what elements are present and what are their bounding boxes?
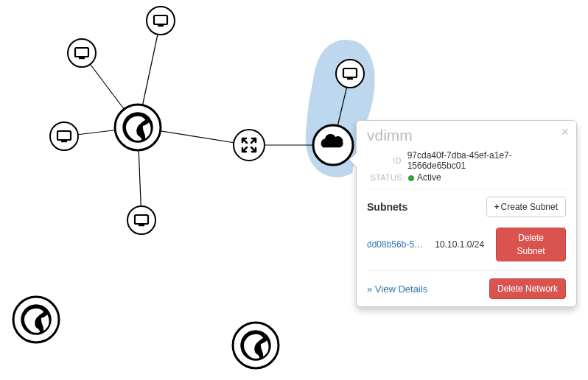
id-label: ID [367, 156, 407, 165]
network-details-popover: × vdimm ID 97cda40f-7dba-45ef-a1e7-1566d… [356, 120, 577, 307]
svg-point-17 [336, 60, 364, 88]
instance-node[interactable] [336, 60, 364, 88]
network-node-main[interactable] [115, 105, 161, 150]
status-value: Active [417, 172, 441, 183]
view-details-link[interactable]: » View Details [367, 284, 427, 295]
router-node[interactable] [234, 130, 265, 161]
svg-point-11 [68, 39, 96, 67]
cloud-network-node-selected[interactable] [313, 125, 353, 165]
svg-point-14 [127, 206, 155, 234]
subnets-heading: Subnets [367, 201, 407, 213]
create-subnet-button[interactable]: +Create Subnet [486, 197, 566, 217]
network-node[interactable] [13, 297, 59, 342]
network-node[interactable] [233, 323, 279, 368]
delete-subnet-button[interactable]: Delete Subnet [496, 228, 566, 261]
delete-network-button[interactable]: Delete Network [489, 278, 566, 299]
close-icon: × [561, 124, 569, 139]
subnet-cidr: 10.10.1.0/24 [435, 239, 489, 250]
instance-node[interactable] [127, 206, 155, 234]
popover-arrow [349, 152, 357, 168]
id-value: 97cda40f-7dba-45ef-a1e7-1566de65bc01 [407, 150, 566, 171]
plus-icon: + [494, 202, 500, 212]
instance-node[interactable] [50, 122, 78, 150]
subnet-link[interactable]: dd08b56b-53… [367, 239, 427, 250]
status-label: STATUS [367, 173, 408, 182]
popover-title: vdimm [357, 121, 576, 150]
svg-point-12 [147, 7, 175, 35]
status-active-icon [408, 175, 414, 181]
svg-point-15 [234, 130, 265, 161]
subnet-row: dd08b56b-53… 10.10.1.0/24 Delete Subnet [367, 225, 566, 270]
create-subnet-label: Create Subnet [501, 202, 558, 212]
instance-node[interactable] [147, 7, 175, 35]
svg-point-13 [50, 122, 78, 150]
instance-node[interactable] [68, 39, 96, 67]
close-button[interactable]: × [561, 125, 569, 138]
